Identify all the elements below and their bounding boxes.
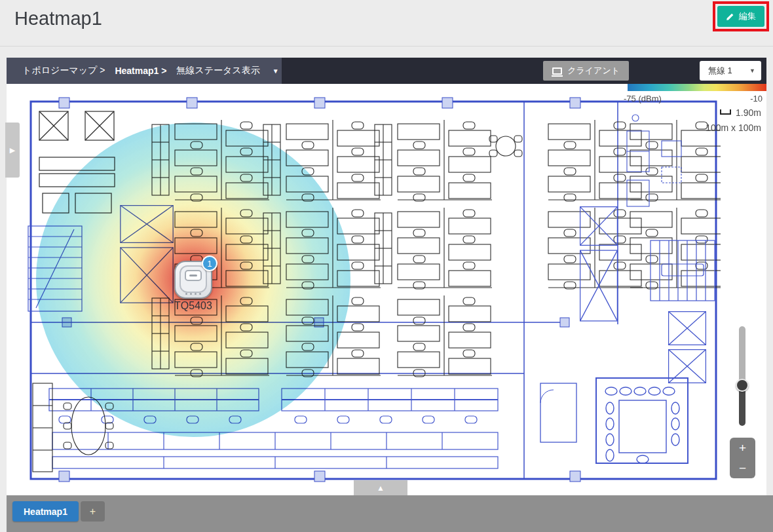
- map-toolbar: トポロジーマップ > Heatmap1 > 無線ステータス表示 ▼ クライアント…: [7, 58, 766, 84]
- page-title: Heatmap1: [14, 8, 102, 29]
- zoom-in-button[interactable]: +: [734, 440, 751, 455]
- access-point-icon-port: [185, 270, 202, 281]
- lounge: [627, 115, 681, 206]
- add-map-tab-button[interactable]: +: [81, 501, 105, 522]
- map-tab-bar: Heatmap1 +: [7, 495, 773, 532]
- left-panel-handle[interactable]: ▶: [5, 123, 20, 178]
- radio-select-arrow-icon: ▼: [749, 67, 755, 74]
- ap-name-label: TQ5403: [154, 300, 233, 312]
- round-table: [489, 136, 522, 157]
- zoom-slider-thumb[interactable]: [736, 379, 749, 392]
- client-button[interactable]: クライアント: [543, 61, 629, 81]
- edit-button-label: 編集: [739, 10, 756, 22]
- pencil-icon: [726, 12, 734, 21]
- bottom-panel-handle[interactable]: ▲: [354, 480, 407, 496]
- chevron-up-icon: ▲: [377, 484, 385, 493]
- legend-min-label: -75 (dBm): [624, 94, 662, 104]
- breadcrumb-dropdown-arrow-icon[interactable]: ▼: [273, 67, 279, 75]
- map-size-label: 100m x 100m: [706, 123, 761, 133]
- zoom-out-button[interactable]: −: [734, 461, 751, 476]
- legend-max-label: -10: [750, 94, 763, 104]
- small-rooms: [540, 383, 576, 442]
- breadcrumb-topology[interactable]: トポロジーマップ >: [22, 65, 105, 77]
- scale-value: 1.90m: [736, 107, 761, 118]
- conference-room: [596, 378, 688, 463]
- ap-radio-count-badge: 1: [202, 256, 217, 271]
- chevron-right-icon: ▶: [10, 146, 15, 155]
- scale-bracket-icon: [720, 109, 731, 115]
- breadcrumb-wireless-status[interactable]: 無線ステータス表示: [176, 65, 259, 77]
- tab-heatmap1[interactable]: Heatmap1: [12, 501, 79, 522]
- header-divider: [0, 46, 773, 47]
- signal-legend-labels: -75 (dBm) -10: [624, 94, 763, 104]
- client-monitor-icon: [552, 67, 562, 75]
- zoom-buttons: + −: [730, 438, 755, 478]
- access-point-node[interactable]: 1 TQ5403: [174, 261, 212, 309]
- zoom-slider[interactable]: [739, 326, 745, 426]
- map-scale: 1.90m: [720, 107, 761, 118]
- edit-button-highlight-annotation: 編集: [713, 1, 769, 31]
- breadcrumb: トポロジーマップ > Heatmap1 > 無線ステータス表示 ▼: [7, 58, 282, 84]
- client-button-label: クライアント: [567, 65, 620, 77]
- zoom-slider-track-upper[interactable]: [739, 326, 745, 384]
- breadcrumb-heatmap1[interactable]: Heatmap1 >: [115, 66, 166, 76]
- radio-select-dropdown[interactable]: 無線 1 ▼: [700, 61, 761, 81]
- signal-gradient-bar: [628, 84, 766, 91]
- edit-button[interactable]: 編集: [717, 6, 764, 27]
- access-point-icon-dots: [185, 293, 201, 295]
- heatmap-canvas[interactable]: 1 TQ5403 トポロジーマップ > Heatmap1 > 無線ステータス表示…: [7, 58, 766, 496]
- zoom-slider-track-lower[interactable]: [739, 387, 745, 426]
- radio-select-value: 無線 1: [708, 65, 732, 77]
